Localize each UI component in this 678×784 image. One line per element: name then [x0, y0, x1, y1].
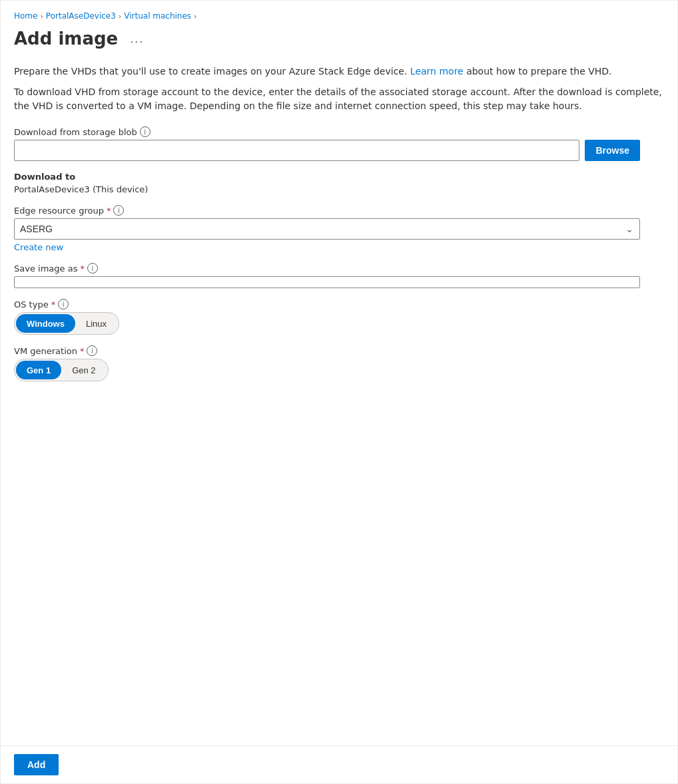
os-type-toggle-group: Windows Linux: [14, 312, 119, 335]
page-title-row: Add image ...: [14, 29, 664, 49]
main-content: Home › PortalAseDevice3 › Virtual machin…: [1, 1, 677, 745]
download-blob-label: Download from storage blob i: [14, 126, 640, 137]
save-image-as-field: Save image as * i: [14, 263, 640, 288]
vm-generation-required: *: [80, 346, 85, 356]
browse-row: Browse: [14, 140, 640, 161]
os-type-required: *: [51, 299, 56, 309]
edge-resource-group-info-icon[interactable]: i: [113, 205, 124, 216]
vm-generation-info-icon[interactable]: i: [87, 345, 97, 356]
breadcrumb-home[interactable]: Home: [14, 11, 37, 21]
breadcrumb: Home › PortalAseDevice3 › Virtual machin…: [14, 11, 664, 21]
vm-generation-label: VM generation * i: [14, 345, 640, 356]
description-section: Prepare the VHDs that you'll use to crea…: [14, 65, 664, 113]
vm-gen1-button[interactable]: Gen 1: [16, 361, 61, 379]
browse-button[interactable]: Browse: [585, 140, 640, 161]
ellipsis-button[interactable]: ...: [126, 29, 148, 49]
save-image-as-input[interactable]: [14, 276, 640, 288]
download-blob-info-icon[interactable]: i: [140, 126, 151, 137]
os-type-info-icon[interactable]: i: [58, 299, 69, 309]
create-new-link[interactable]: Create new: [14, 242, 640, 252]
edge-resource-group-select-wrapper: ASERG ⌄: [14, 218, 640, 240]
os-type-windows-button[interactable]: Windows: [16, 314, 75, 333]
download-to-label: Download to: [14, 172, 640, 182]
page-title: Add image: [14, 29, 118, 49]
page-container: Home › PortalAseDevice3 › Virtual machin…: [0, 0, 678, 784]
os-type-linux-button[interactable]: Linux: [75, 314, 117, 333]
breadcrumb-sep-1: ›: [40, 12, 43, 21]
footer: Add: [1, 745, 677, 783]
download-blob-input[interactable]: [14, 140, 579, 161]
vm-generation-field: VM generation * i Gen 1 Gen 2: [14, 345, 640, 381]
breadcrumb-vms[interactable]: Virtual machines: [124, 11, 191, 21]
learn-more-link[interactable]: Learn more: [410, 66, 464, 77]
download-blob-field: Download from storage blob i Browse: [14, 126, 640, 161]
edge-resource-group-label: Edge resource group * i: [14, 205, 640, 216]
breadcrumb-sep-3: ›: [194, 12, 196, 21]
breadcrumb-sep-2: ›: [119, 12, 121, 21]
vm-gen2-button[interactable]: Gen 2: [61, 361, 106, 379]
edge-resource-group-field: Edge resource group * i ASERG ⌄ Create n…: [14, 205, 640, 252]
form-section: Download from storage blob i Browse Down…: [14, 126, 640, 381]
save-image-as-info-icon[interactable]: i: [87, 263, 98, 274]
edge-resource-group-required: *: [107, 206, 111, 216]
add-button[interactable]: Add: [14, 754, 59, 775]
edge-resource-group-select[interactable]: ASERG: [14, 218, 640, 240]
download-to-field: Download to PortalAseDevice3 (This devic…: [14, 172, 640, 194]
description-line2: To download VHD from storage account to …: [14, 85, 664, 113]
breadcrumb-device[interactable]: PortalAseDevice3: [46, 11, 116, 21]
os-type-label: OS type * i: [14, 299, 640, 309]
os-type-field: OS type * i Windows Linux: [14, 299, 640, 335]
download-to-value: PortalAseDevice3 (This device): [14, 184, 640, 194]
description-line1: Prepare the VHDs that you'll use to crea…: [14, 65, 664, 79]
save-image-as-label: Save image as * i: [14, 263, 640, 274]
vm-generation-toggle-group: Gen 1 Gen 2: [14, 359, 109, 381]
save-image-as-required: *: [80, 264, 85, 274]
